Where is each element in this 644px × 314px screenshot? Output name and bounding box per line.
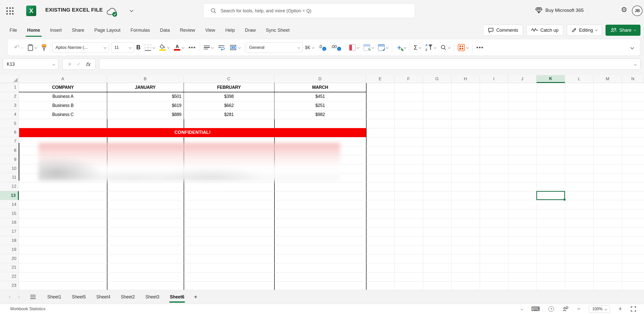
row-header-20[interactable]: 20 bbox=[0, 254, 19, 263]
row-header-2[interactable]: 2 bbox=[0, 92, 19, 101]
row-header-13[interactable]: 13 bbox=[0, 191, 19, 200]
cell-D1[interactable]: MARCH bbox=[274, 83, 366, 92]
cell-B1[interactable]: JANUARY bbox=[107, 83, 183, 92]
find-button[interactable] bbox=[438, 45, 452, 51]
menu-tab-share[interactable]: Share bbox=[71, 26, 85, 34]
row-header-9[interactable]: 9 bbox=[0, 155, 19, 164]
workbook-statistics-button[interactable]: Workbook Statistics bbox=[10, 307, 45, 311]
column-header-K[interactable]: K bbox=[537, 75, 565, 83]
excel-logo-icon[interactable]: X bbox=[26, 6, 36, 16]
font-name-select[interactable]: Aptos Narrow (... bbox=[52, 42, 109, 53]
confidential-banner[interactable]: CONFIDENTIAL! bbox=[19, 128, 366, 137]
document-title[interactable]: EXISTING EXCEL FILE bbox=[45, 7, 103, 13]
cell-D2[interactable]: $451 bbox=[274, 92, 366, 101]
menu-tab-home[interactable]: Home bbox=[27, 26, 41, 34]
sheet-tab-sheet1[interactable]: Sheet1 bbox=[47, 292, 62, 302]
cell-B3[interactable]: $619 bbox=[107, 101, 183, 110]
row-header-23[interactable]: 23 bbox=[0, 281, 19, 290]
cell-C1[interactable]: FEBRUARY bbox=[184, 83, 274, 92]
column-header-G[interactable]: G bbox=[423, 75, 451, 83]
column-header-D[interactable]: D bbox=[274, 75, 366, 83]
menu-tab-formulas[interactable]: Formulas bbox=[130, 26, 150, 34]
column-header-B[interactable]: B bbox=[107, 75, 184, 83]
cell-A3[interactable]: Business B bbox=[19, 101, 107, 110]
currency-format-button[interactable]: $€ bbox=[303, 45, 316, 50]
cell-A4[interactable]: Business C bbox=[19, 110, 107, 119]
row-header-14[interactable]: 14 bbox=[0, 200, 19, 209]
analyze-data-button[interactable] bbox=[456, 44, 471, 51]
cancel-entry-icon[interactable]: ✕ bbox=[68, 61, 72, 67]
row-header-15[interactable]: 15 bbox=[0, 209, 19, 218]
menu-tab-help[interactable]: Help bbox=[225, 26, 235, 34]
confirm-entry-icon[interactable]: ✓ bbox=[77, 61, 81, 67]
previous-sheet-chevron-icon[interactable]: ‹ bbox=[7, 294, 13, 300]
font-size-select[interactable]: 11 bbox=[111, 42, 134, 53]
settings-gear-icon[interactable]: ⚙ bbox=[621, 6, 627, 14]
select-all-corner[interactable] bbox=[0, 75, 19, 83]
paste-button[interactable] bbox=[25, 44, 39, 51]
sheet-tab-sheet4[interactable]: Sheet4 bbox=[96, 292, 111, 302]
column-header-J[interactable]: J bbox=[508, 75, 537, 83]
insert-cells-button[interactable]: ＋✎ bbox=[394, 44, 408, 51]
next-sheet-chevron-icon[interactable]: › bbox=[16, 294, 22, 300]
all-sheets-menu-icon[interactable] bbox=[30, 295, 36, 299]
sheet-tab-sheet6[interactable]: Sheet6 bbox=[169, 292, 185, 302]
cell-D3[interactable]: $251 bbox=[274, 101, 366, 110]
expand-formula-bar-chevron-icon[interactable] bbox=[634, 63, 637, 65]
borders-button[interactable] bbox=[142, 44, 157, 51]
row-header-7[interactable]: 7 bbox=[0, 137, 19, 146]
autosum-button[interactable]: Σ bbox=[412, 44, 423, 51]
row-header-11[interactable]: 11 bbox=[0, 173, 19, 182]
name-box[interactable]: K13 bbox=[3, 59, 58, 70]
row-header-22[interactable]: 22 bbox=[0, 272, 19, 281]
menu-tab-file[interactable]: File bbox=[9, 26, 18, 34]
column-header-A[interactable]: A bbox=[19, 75, 107, 83]
zoom-out-button[interactable]: − bbox=[577, 306, 580, 312]
row-header-3[interactable]: 3 bbox=[0, 101, 19, 110]
sheet-grid[interactable]: ABCDEFGHIJKLMN12345678910111213141516171… bbox=[0, 75, 644, 290]
font-color-button[interactable]: A bbox=[172, 45, 186, 51]
column-header-E[interactable]: E bbox=[366, 75, 394, 83]
fill-handle[interactable] bbox=[563, 198, 566, 201]
add-sheet-button[interactable]: + bbox=[194, 293, 197, 300]
cell-B2[interactable]: $501 bbox=[107, 92, 183, 101]
formula-bar[interactable] bbox=[99, 59, 640, 70]
column-header-I[interactable]: I bbox=[480, 75, 508, 83]
feedback-icon[interactable] bbox=[562, 306, 569, 312]
column-header-N[interactable]: N bbox=[622, 75, 644, 83]
menu-tab-insert[interactable]: Insert bbox=[50, 26, 62, 34]
menu-tab-draw[interactable]: Draw bbox=[244, 26, 256, 34]
sheet-tab-sheet3[interactable]: Sheet3 bbox=[145, 292, 160, 302]
zoom-in-button[interactable]: + bbox=[619, 306, 622, 312]
row-header-18[interactable]: 18 bbox=[0, 236, 19, 245]
menu-tab-data[interactable]: Data bbox=[159, 26, 170, 34]
increase-decimal-button[interactable]: .00› bbox=[329, 44, 343, 51]
cell-D4[interactable]: $982 bbox=[274, 110, 366, 119]
decrease-decimal-button[interactable]: .0‹ bbox=[316, 44, 329, 51]
menu-tab-page-layout[interactable]: Page Layout bbox=[94, 26, 121, 34]
cell-B4[interactable]: $889 bbox=[107, 110, 183, 119]
row-header-12[interactable]: 12 bbox=[0, 182, 19, 191]
cell-A1[interactable]: COMPANY bbox=[19, 83, 107, 92]
row-header-8[interactable]: 8 bbox=[0, 146, 19, 155]
menu-tab-view[interactable]: View bbox=[205, 26, 216, 34]
column-header-H[interactable]: H bbox=[451, 75, 480, 83]
status-chevron-icon[interactable] bbox=[520, 308, 523, 310]
column-header-C[interactable]: C bbox=[184, 75, 274, 83]
bold-button[interactable]: B bbox=[134, 44, 143, 51]
saved-to-cloud-icon[interactable] bbox=[106, 7, 119, 17]
collapse-ribbon-chevron-icon[interactable] bbox=[630, 46, 634, 49]
sheet-tab-sheet2[interactable]: Sheet2 bbox=[120, 292, 135, 302]
cell-C3[interactable]: $662 bbox=[184, 101, 274, 110]
title-menu-chevron-icon[interactable] bbox=[130, 9, 133, 12]
sheet-tab-sheet5[interactable]: Sheet5 bbox=[71, 292, 86, 302]
catch-up-button[interactable]: Catch up bbox=[527, 25, 563, 36]
search-input[interactable] bbox=[221, 8, 397, 14]
editing-mode-button[interactable]: Editing bbox=[567, 25, 602, 36]
row-header-6[interactable]: 6 bbox=[0, 128, 19, 137]
column-header-L[interactable]: L bbox=[565, 75, 593, 83]
ribbon-overflow-button[interactable]: ••• bbox=[474, 44, 486, 51]
undo-button[interactable]: ↶ bbox=[12, 44, 25, 51]
row-header-5[interactable]: 5 bbox=[0, 119, 19, 128]
row-header-19[interactable]: 19 bbox=[0, 245, 19, 254]
